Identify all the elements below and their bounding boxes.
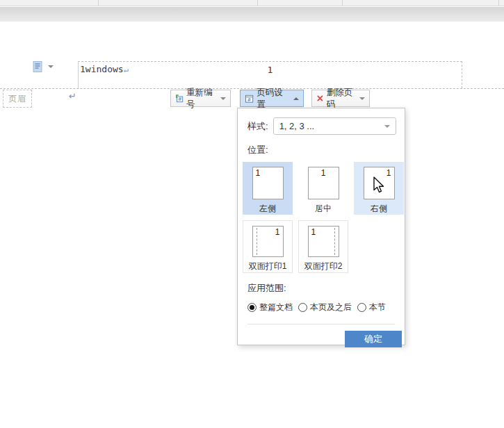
ribbon-bottom-strip: [0, 0, 504, 6]
delete-page-number-button[interactable]: 删除页码: [311, 90, 370, 107]
chevron-up-icon: [293, 97, 299, 100]
position-option-left[interactable]: 1 左侧: [243, 162, 293, 215]
page-thumbnail: 1: [252, 226, 284, 257]
thumb-page-number: 1: [321, 168, 326, 178]
radio-whole-document[interactable]: 整篇文档: [247, 302, 293, 313]
radio-whole-document-label: 整篇文档: [259, 302, 293, 313]
delete-page-number-label: 删除页码: [327, 87, 355, 110]
duplex-option-1[interactable]: 1 双面打印1: [243, 220, 293, 273]
page-number-settings-label: 页码设置: [257, 87, 289, 110]
svg-text:#: #: [247, 96, 252, 102]
radio-this-page-and-after-label: 本页及之后: [310, 302, 352, 313]
header-page-number: 1: [79, 65, 462, 75]
page-number-settings-button[interactable]: # 页码设置: [240, 90, 304, 107]
header-options-button[interactable]: [32, 60, 54, 73]
thumb-page-number: 1: [275, 227, 280, 237]
radio-this-page-and-after[interactable]: 本页及之后: [298, 302, 352, 313]
page-top-shadow: [0, 7, 504, 22]
duplex-options: 1 双面打印1 1 双面打印2: [243, 220, 405, 273]
document-icon: [32, 60, 44, 73]
ok-button[interactable]: 确定: [345, 331, 402, 347]
radio-icon: [357, 303, 366, 312]
duplex-option-2[interactable]: 1 双面打印2: [298, 220, 348, 273]
mouse-cursor: [373, 176, 385, 195]
header-tag: 页眉: [3, 90, 32, 108]
chevron-down-icon: [220, 97, 226, 100]
radio-selected-icon: [247, 303, 257, 312]
radio-this-section[interactable]: 本节: [357, 302, 386, 313]
chevron-down-icon: [384, 125, 390, 128]
panel-divider: [247, 324, 395, 324]
style-select-value: 1, 2, 3 ...: [279, 121, 315, 131]
ribbon-divider: [342, 0, 343, 6]
position-option-center[interactable]: 1 居中: [298, 162, 348, 215]
header-edit-area[interactable]: 1windows↵ 1: [78, 61, 462, 88]
position-option-right-label: 右侧: [371, 203, 387, 215]
delete-x-icon: [316, 94, 324, 103]
page-thumbnail: 1: [308, 167, 339, 199]
page-thumbnail: 1: [308, 226, 339, 257]
duplex-option-1-label: 双面打印1: [249, 261, 287, 272]
chevron-down-icon: [48, 65, 54, 68]
renumber-label: 重新编号: [186, 87, 216, 110]
wps-writer-screen: 1windows↵ 1 页眉 ↵ # 重新编号 # 页码设置: [0, 0, 504, 428]
style-select[interactable]: 1, 2, 3 ...: [273, 117, 396, 135]
position-option-left-label: 左侧: [259, 203, 276, 215]
style-label: 样式:: [247, 120, 268, 133]
svg-text:#: #: [178, 96, 182, 102]
ribbon-divider: [257, 0, 258, 6]
thumb-page-number: 1: [387, 168, 391, 178]
radio-icon: [298, 303, 307, 312]
thumb-page-number: 1: [256, 168, 261, 178]
chevron-down-icon: [359, 97, 365, 100]
apply-range-options: 整篇文档 本页及之后 本节: [247, 302, 405, 313]
renumber-icon: #: [175, 94, 184, 104]
position-label: 位置:: [247, 144, 405, 156]
duplex-option-2-label: 双面打印2: [304, 261, 343, 272]
renumber-button[interactable]: # 重新编号: [170, 90, 231, 107]
thumb-page-number: 1: [311, 227, 316, 237]
ribbon-divider: [498, 0, 499, 6]
page-number-settings-panel: 样式: 1, 2, 3 ... 位置: 1 左侧 1 居中 1 右侧 1: [237, 108, 405, 345]
header-boundary-line: [0, 88, 504, 89]
page-number-settings-icon: #: [245, 94, 254, 104]
apply-range-label: 应用范围:: [247, 282, 405, 295]
ribbon-divider: [98, 0, 99, 6]
page-thumbnail: 1: [252, 167, 284, 199]
body-return-mark: ↵: [69, 91, 76, 101]
radio-this-section-label: 本节: [369, 302, 386, 313]
position-option-center-label: 居中: [315, 203, 332, 215]
